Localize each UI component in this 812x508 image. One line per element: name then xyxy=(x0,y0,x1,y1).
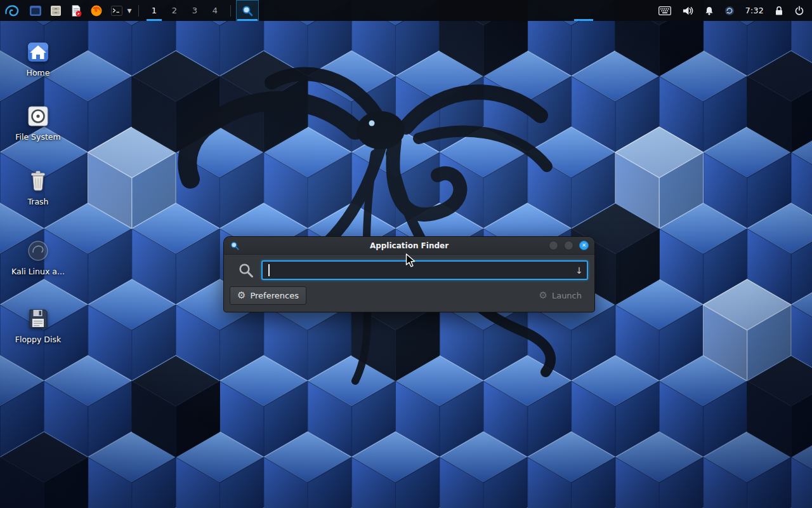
sync-tray-button[interactable] xyxy=(724,6,735,16)
workspace-3-label: 3 xyxy=(192,6,197,15)
workspace-1[interactable]: 1 xyxy=(144,0,164,21)
clock[interactable]: 7:32 xyxy=(745,6,764,15)
application-finder-window: Application Finder ↓ ⚙ Preferences ⚙ Lau… xyxy=(223,236,595,312)
terminal-icon xyxy=(110,4,123,17)
workspace-2-label: 2 xyxy=(172,6,177,15)
search-input-wrap: ↓ xyxy=(261,260,588,280)
text-editor-launcher[interactable] xyxy=(67,0,85,21)
close-button[interactable] xyxy=(579,241,589,250)
titlebar[interactable]: Application Finder xyxy=(224,237,594,255)
terminal-dropdown-button[interactable]: ▼ xyxy=(126,0,133,21)
desktop-icon-home[interactable]: Home xyxy=(0,39,76,77)
panel-active-indicator xyxy=(574,19,593,21)
preferences-label: Preferences xyxy=(250,291,298,300)
workspace-4[interactable]: 4 xyxy=(205,0,225,21)
window-controls xyxy=(549,241,589,250)
desktop-icon-label: Trash xyxy=(0,197,76,206)
firefox-launcher[interactable] xyxy=(88,0,105,21)
volume-tray-button[interactable] xyxy=(682,6,694,16)
app-finder-icon xyxy=(230,241,240,251)
system-tray: 7:32 xyxy=(658,0,812,21)
lock-icon xyxy=(775,6,783,16)
workspace-3[interactable]: 3 xyxy=(185,0,205,21)
document-edit-icon xyxy=(70,4,82,17)
keyboard-icon xyxy=(658,6,671,15)
search-input[interactable] xyxy=(261,260,588,280)
desktop-icon-label: Home xyxy=(0,68,76,77)
app-finder-icon xyxy=(241,4,254,17)
workspace-4-label: 4 xyxy=(213,6,218,15)
home-icon xyxy=(25,39,51,65)
desktop-icon-label: Floppy Disk xyxy=(0,335,76,344)
sync-icon xyxy=(724,6,735,16)
desktop-icon-file-system[interactable]: File System xyxy=(0,104,76,142)
notifications-tray-button[interactable] xyxy=(705,6,714,16)
kali-disc-icon xyxy=(25,238,51,264)
desktop-icon-kali-linux[interactable]: Kali Linux a... xyxy=(0,238,76,276)
gear-icon: ⚙ xyxy=(237,291,246,300)
workspace-1-label: 1 xyxy=(152,6,157,15)
maximize-button[interactable] xyxy=(564,241,573,250)
power-button[interactable] xyxy=(794,6,804,16)
lock-screen-button[interactable] xyxy=(775,6,783,16)
floppy-disk-icon xyxy=(25,306,51,331)
tasklist-app-finder-button[interactable] xyxy=(236,0,259,21)
desktop-icon-label: Kali Linux a... xyxy=(0,267,76,276)
power-icon xyxy=(794,6,804,16)
desktop-icon-floppy-disk[interactable]: Floppy Disk xyxy=(0,306,76,344)
workspace-2[interactable]: 2 xyxy=(164,0,185,21)
volume-icon xyxy=(682,6,694,16)
panel-separator xyxy=(230,5,231,17)
desktop-icon-trash[interactable]: Trash xyxy=(0,168,76,206)
terminal-launcher[interactable] xyxy=(108,0,126,21)
chevron-down-icon: ▼ xyxy=(128,8,132,14)
launch-label: Launch xyxy=(552,291,582,300)
window-launcher[interactable] xyxy=(27,0,44,21)
window-icon xyxy=(29,4,42,17)
trash-icon xyxy=(25,168,51,194)
file-manager-launcher[interactable] xyxy=(47,0,65,21)
window-title: Application Finder xyxy=(224,241,594,250)
firefox-icon xyxy=(90,4,103,17)
minimize-button[interactable] xyxy=(549,241,558,250)
panel-separator xyxy=(138,5,139,17)
panel-left-group: ▼ 1 2 3 4 xyxy=(0,0,259,21)
launch-button[interactable]: ⚙ Launch xyxy=(532,286,589,305)
search-icon xyxy=(238,262,254,279)
kali-menu-icon xyxy=(4,3,20,19)
top-panel: ▼ 1 2 3 4 xyxy=(0,0,812,21)
search-row: ↓ xyxy=(224,255,594,283)
button-row: ⚙ Preferences ⚙ Launch xyxy=(224,283,594,312)
dropdown-arrow-icon[interactable]: ↓ xyxy=(575,266,583,275)
desktop-icon-label: File System xyxy=(0,132,76,142)
applications-menu-button[interactable] xyxy=(0,0,24,21)
launch-icon: ⚙ xyxy=(539,291,547,300)
preferences-button[interactable]: ⚙ Preferences xyxy=(230,286,306,305)
file-cabinet-icon xyxy=(49,4,62,17)
bell-icon xyxy=(705,6,714,16)
keyboard-tray-button[interactable] xyxy=(658,6,671,15)
text-caret xyxy=(268,264,270,276)
file-system-icon xyxy=(25,104,51,129)
